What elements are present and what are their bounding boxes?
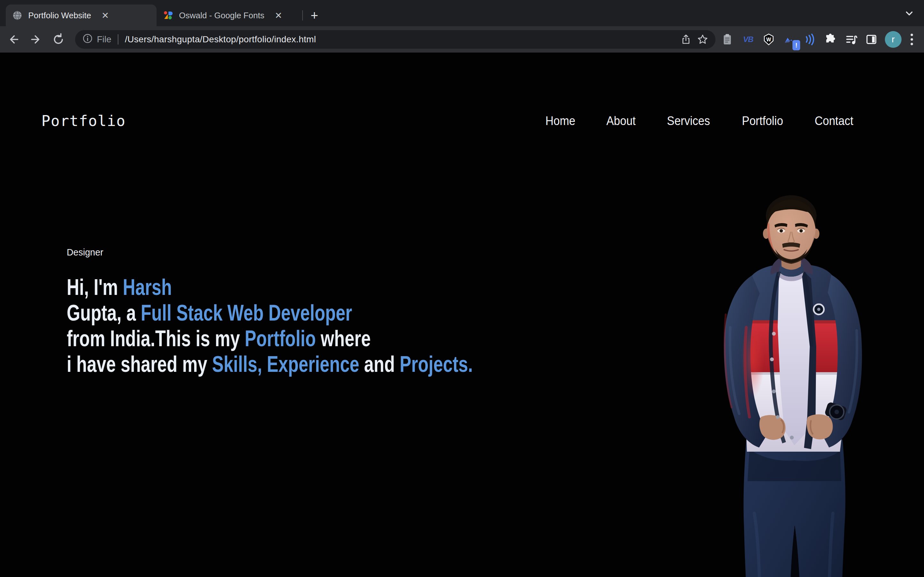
headline-line: from India.This is my Portfolio where bbox=[67, 326, 473, 351]
vb-extension-icon[interactable]: VB bbox=[740, 31, 756, 48]
google-fonts-icon bbox=[163, 10, 173, 21]
page-info-icon[interactable] bbox=[82, 33, 93, 46]
nav-link-portfolio[interactable]: Portfolio bbox=[742, 114, 783, 128]
tab-google-fonts[interactable]: Oswald - Google Fonts ✕ bbox=[157, 5, 301, 26]
page-viewport: Portfolio HomeAboutServicesPortfolioCont… bbox=[0, 53, 924, 577]
headline-text: Gupta, a bbox=[67, 300, 141, 326]
wappalyzer-extension-icon[interactable]: W bbox=[760, 31, 777, 48]
main-nav: HomeAboutServicesPortfolioContact bbox=[544, 114, 855, 128]
globe-icon bbox=[12, 10, 23, 21]
nordvpn-extension-icon[interactable]: ! bbox=[781, 31, 798, 48]
headline-text: where bbox=[316, 326, 371, 351]
browser-toolbar: File /Users/harshgupta/Desktop/portfolio… bbox=[0, 26, 924, 53]
side-panel-icon[interactable] bbox=[863, 31, 880, 48]
close-icon[interactable]: ✕ bbox=[99, 10, 111, 21]
back-button[interactable] bbox=[5, 31, 23, 48]
extensions-puzzle-icon[interactable] bbox=[822, 31, 838, 48]
headline-line: i have shared my Skills, Experience and … bbox=[67, 351, 473, 377]
share-icon[interactable] bbox=[678, 31, 694, 48]
headline-accent-text: Projects. bbox=[400, 351, 473, 377]
face bbox=[763, 195, 819, 264]
tab-strip: Portfolio Website ✕ Oswald - Google Font… bbox=[0, 0, 924, 26]
reload-button[interactable] bbox=[49, 31, 67, 48]
forward-button[interactable] bbox=[27, 31, 45, 48]
headline-accent-text: Skills, Experience bbox=[212, 351, 359, 377]
headline-line: Gupta, a Full Stack Web Developer bbox=[67, 300, 473, 326]
svg-text:W: W bbox=[766, 37, 771, 42]
hero-portrait-image bbox=[698, 193, 886, 577]
wave-extension-icon[interactable] bbox=[801, 31, 818, 48]
nav-link-contact[interactable]: Contact bbox=[814, 114, 853, 128]
media-playlist-icon[interactable] bbox=[843, 31, 859, 48]
headline-text: Hi, I'm bbox=[67, 274, 123, 300]
tab-divider bbox=[302, 10, 303, 21]
headline-text: from India.This is my bbox=[67, 326, 245, 351]
tab-search-chevron-icon[interactable] bbox=[903, 7, 916, 20]
headline-text: i have shared my bbox=[67, 351, 212, 377]
headline-accent-text: Portfolio bbox=[245, 326, 316, 351]
tab-title: Oswald - Google Fonts bbox=[179, 11, 264, 21]
browser-menu-icon[interactable] bbox=[905, 31, 919, 48]
hero-kicker: Designer bbox=[67, 247, 574, 258]
headline-accent-text: Full Stack Web Developer bbox=[141, 300, 352, 326]
site-logo: Portfolio bbox=[41, 112, 126, 129]
site-header: Portfolio HomeAboutServicesPortfolioCont… bbox=[41, 110, 855, 132]
headline-accent-text: Harsh bbox=[123, 274, 172, 300]
profile-avatar[interactable]: r bbox=[885, 31, 901, 48]
bookmark-star-icon[interactable] bbox=[694, 31, 711, 48]
clipboard-extension-icon[interactable] bbox=[719, 31, 736, 48]
nav-link-about[interactable]: About bbox=[606, 114, 636, 128]
nav-link-home[interactable]: Home bbox=[545, 114, 575, 128]
address-bar[interactable]: File /Users/harshgupta/Desktop/portfolio… bbox=[75, 30, 716, 49]
hero-text-block: Designer Hi, I'm HarshGupta, a Full Stac… bbox=[67, 247, 601, 377]
nordvpn-alert-badge: ! bbox=[792, 40, 800, 50]
tab-title: Portfolio Website bbox=[28, 11, 91, 21]
url-scheme-label: File bbox=[97, 34, 111, 45]
nav-link-services[interactable]: Services bbox=[667, 114, 710, 128]
headline-line: Hi, I'm Harsh bbox=[67, 274, 473, 300]
omnibox-divider bbox=[118, 34, 118, 45]
close-icon[interactable]: ✕ bbox=[273, 10, 284, 21]
tab-portfolio-website[interactable]: Portfolio Website ✕ bbox=[6, 5, 157, 26]
headline-text: and bbox=[359, 351, 400, 377]
url-text: /Users/harshgupta/Desktop/portfolio/inde… bbox=[125, 34, 678, 45]
hero-headline: Hi, I'm HarshGupta, a Full Stack Web Dev… bbox=[67, 274, 601, 377]
new-tab-button[interactable]: + bbox=[305, 6, 323, 24]
